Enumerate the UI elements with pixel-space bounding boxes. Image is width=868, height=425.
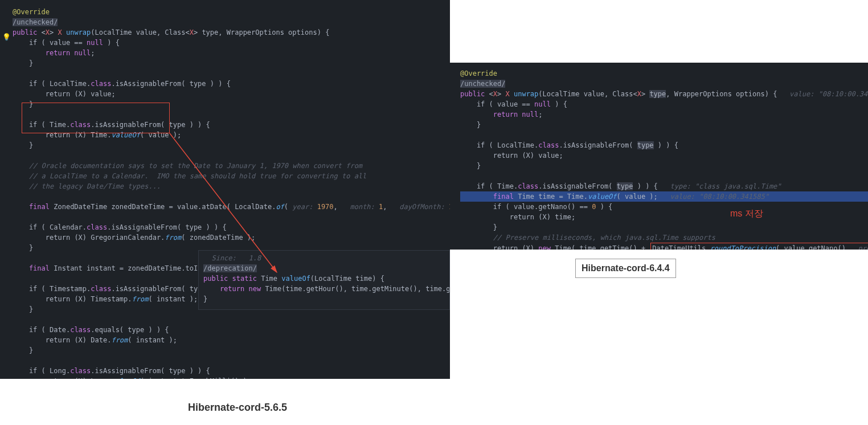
code-editor-right[interactable]: @Override /unchecked/ public <X> X unwra… [450,63,868,250]
code-right: @Override /unchecked/ public <X> X unwra… [450,63,868,250]
caption-left: Hibernate-cord-5.6.5 [188,400,287,415]
caption-right: Hibernate-cord-6.4.4 [575,259,676,278]
popup-code: Since: 1.8 /deprecation/ public static T… [199,251,449,307]
code-editor-left[interactable]: 💡 @Override /unchecked/ public <X> X unw… [0,0,450,379]
code-left: @Override /unchecked/ public <X> X unwra… [0,0,450,379]
quickdoc-popup: Since: 1.8 /deprecation/ public static T… [198,250,450,310]
annotation-box-left [22,103,170,133]
bulb-icon: 💡 [2,32,11,42]
annotation-text-ms: ms 저장 [730,207,763,220]
